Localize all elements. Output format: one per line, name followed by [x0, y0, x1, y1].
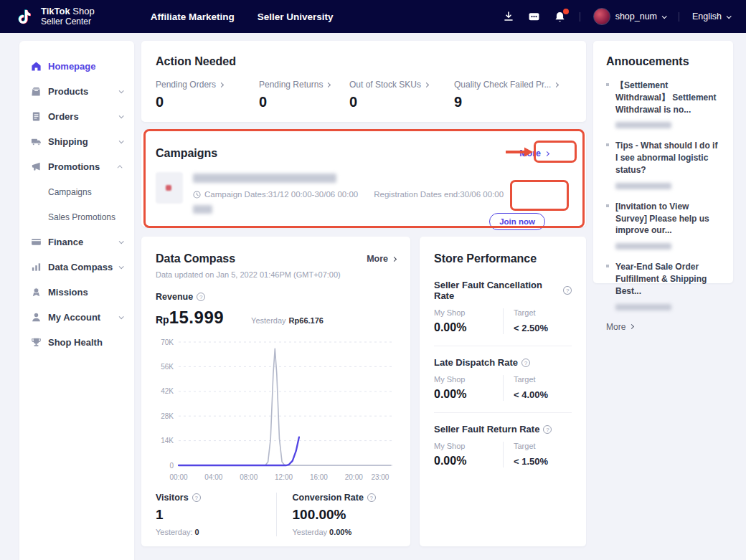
- chevron-up-icon: [118, 165, 123, 170]
- shop-name: shop_num: [615, 11, 657, 22]
- chevron-right-icon: [326, 82, 331, 87]
- conversion-rate-yesterday: Yesterday0.00%: [293, 528, 397, 536]
- notification-badge: [563, 9, 569, 14]
- sidebar-item-sales-promotions[interactable]: Sales Promotions: [19, 204, 134, 229]
- data-compass-more-button[interactable]: More: [367, 254, 396, 264]
- question-icon[interactable]: ?: [521, 359, 530, 367]
- logo-text: TikTok Shop Seller Center: [41, 6, 95, 26]
- quality-check-failed-link[interactable]: Quality Check Failed Pr...: [454, 80, 572, 90]
- sidebar-item-shop-health[interactable]: Shop Health: [19, 330, 134, 355]
- notifications-bell-icon[interactable]: [554, 10, 567, 23]
- campaign-list-item[interactable]: Campaign Dates:31/12 00:00-30/06 00:00 R…: [156, 172, 572, 214]
- campaign-title-redacted: [193, 174, 336, 183]
- chevron-down-icon: [662, 14, 667, 19]
- pending-orders-link[interactable]: Pending Orders: [156, 80, 259, 90]
- sidebar-item-missions[interactable]: Missions: [19, 280, 134, 305]
- tiktok-logo[interactable]: TikTok Shop Seller Center: [16, 6, 95, 26]
- sidebar-item-my-account[interactable]: My Account: [19, 305, 134, 330]
- orders-document-icon: [31, 111, 42, 122]
- finance-card-icon: [31, 237, 42, 247]
- seller-fault-cancellation-metric: Seller Fault Cancellation Rate? My Shop0…: [434, 280, 572, 334]
- chevron-right-icon: [629, 324, 634, 329]
- revenue-currency: Rp: [156, 314, 169, 326]
- svg-text:08:00: 08:00: [240, 473, 258, 481]
- sidebar-item-homepage[interactable]: Homepage: [19, 54, 134, 79]
- visitors-value: 1: [156, 507, 276, 523]
- nav-affiliate-marketing[interactable]: Affiliate Marketing: [151, 11, 235, 22]
- chevron-down-icon: [119, 239, 124, 244]
- download-icon[interactable]: [502, 10, 515, 23]
- visitors-yesterday: Yesterday:0: [156, 528, 276, 536]
- announcements-more-button[interactable]: More: [606, 322, 720, 332]
- sidebar-item-products[interactable]: Products: [19, 79, 134, 104]
- chevron-right-icon: [392, 256, 397, 261]
- bullet-icon: [606, 83, 609, 86]
- language-selector[interactable]: English: [692, 11, 730, 22]
- svg-text:42K: 42K: [161, 387, 174, 395]
- nav-seller-university[interactable]: Seller University: [258, 11, 334, 22]
- campaign-dates: Campaign Dates:31/12 00:00-30/06 00:00: [193, 190, 358, 199]
- quality-check-failed-stat: Quality Check Failed Pr... 9: [454, 80, 572, 110]
- tiktok-note-icon: [16, 6, 35, 26]
- visitors-label: Visitors ?: [156, 493, 276, 503]
- question-icon[interactable]: ?: [192, 493, 201, 502]
- visitors-stat: Visitors ? 1 Yesterday:0: [156, 493, 276, 536]
- announcement-item[interactable]: Tips - What should I do if I see abnorma…: [606, 140, 720, 189]
- annotation-red-arrow: [506, 146, 533, 158]
- announcement-item[interactable]: 【Settlement Withdrawal】 Settlement Withd…: [606, 80, 720, 128]
- bullet-icon: [606, 265, 609, 267]
- nav-divider: [679, 12, 679, 22]
- question-icon[interactable]: ?: [367, 493, 376, 502]
- conversion-rate-stat: Conversion Rate ? 100.00% Yesterday0.00%: [276, 493, 397, 536]
- revenue-yesterday: YesterdayRp66.176: [251, 316, 324, 325]
- sidebar-item-campaigns[interactable]: Campaigns: [19, 179, 134, 204]
- shop-account-menu[interactable]: shop_num: [593, 8, 666, 25]
- pending-orders-stat: Pending Orders 0: [156, 80, 259, 110]
- data-updated-timestamp: Data updated on Jan 5, 2022 01:46PM (GMT…: [156, 270, 396, 279]
- question-icon[interactable]: ?: [197, 293, 205, 301]
- sidebar-item-promotions[interactable]: Promotions: [19, 154, 134, 179]
- svg-text:20:00: 20:00: [345, 473, 363, 481]
- svg-text:23:00: 23:00: [371, 473, 389, 481]
- join-now-button[interactable]: Join now: [489, 213, 545, 230]
- out-of-stock-link[interactable]: Out of Stock SKUs: [349, 80, 454, 90]
- chevron-right-icon: [219, 82, 224, 87]
- question-icon[interactable]: ?: [543, 425, 552, 434]
- announcement-item[interactable]: Year-End Sale Order Fulfillment & Shippi…: [606, 261, 720, 310]
- medal-icon: [31, 287, 42, 298]
- svg-text:56K: 56K: [161, 363, 174, 371]
- svg-text:14K: 14K: [161, 437, 174, 445]
- out-of-stock-stat: Out of Stock SKUs 0: [349, 80, 454, 110]
- conversion-rate-value: 100.00%: [293, 507, 397, 523]
- svg-text:28K: 28K: [161, 412, 174, 420]
- campaigns-card: Campaigns More Campaign Dates:31/12 00:0…: [141, 131, 586, 227]
- announcement-item[interactable]: [Invitation to View Survey] Please help …: [606, 201, 720, 250]
- seller-fault-return-metric: Seller Fault Return Rate? My Shop0.00% T…: [434, 424, 572, 468]
- late-dispatch-metric: Late Dispatch Rate? My Shop0.00% Target<…: [434, 357, 572, 401]
- clock-icon: [193, 191, 201, 199]
- chat-icon[interactable]: [528, 10, 541, 23]
- person-icon: [31, 312, 42, 323]
- trophy-icon: [31, 337, 42, 348]
- sidebar-item-orders[interactable]: Orders: [19, 104, 134, 129]
- chevron-right-icon: [424, 82, 429, 87]
- promotions-megaphone-icon: [31, 161, 42, 172]
- pending-returns-link[interactable]: Pending Returns: [259, 80, 349, 90]
- question-icon[interactable]: ?: [563, 286, 572, 295]
- sidebar: Homepage Products Orders Shipping Promot…: [19, 41, 134, 560]
- home-icon: [31, 61, 42, 72]
- store-performance-title: Store Performance: [434, 252, 572, 265]
- svg-text:04:00: 04:00: [204, 473, 222, 481]
- svg-text:0: 0: [169, 462, 174, 470]
- sidebar-item-shipping[interactable]: Shipping: [19, 129, 134, 154]
- sidebar-item-finance[interactable]: Finance: [19, 229, 134, 255]
- campaigns-title: Campaigns: [156, 147, 217, 160]
- data-compass-card: Data Compass More Data updated on Jan 5,…: [141, 237, 410, 546]
- bar-chart-icon: [31, 262, 42, 272]
- action-needed-title: Action Needed: [156, 55, 572, 68]
- chevron-down-icon: [119, 138, 124, 143]
- sidebar-item-data-compass[interactable]: Data Compass: [19, 255, 134, 280]
- action-needed-card: Action Needed Pending Orders 0 Pending R…: [141, 41, 586, 122]
- svg-text:12:00: 12:00: [275, 473, 293, 481]
- divider: [434, 412, 572, 413]
